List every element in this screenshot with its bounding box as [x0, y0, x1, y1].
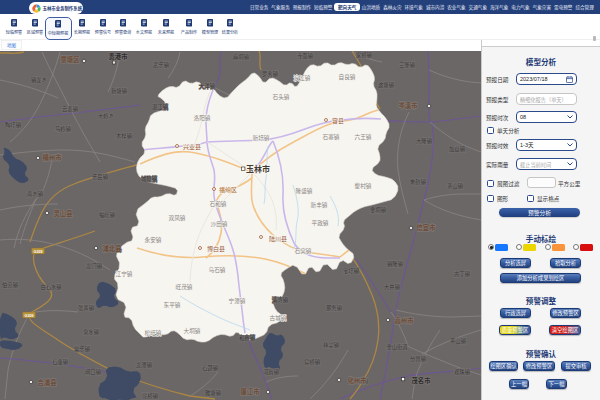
svg-text:麻垌镇: 麻垌镇 — [233, 53, 250, 61]
svg-text:闸口镇: 闸口镇 — [85, 368, 102, 376]
svg-text:清湾镇: 清湾镇 — [272, 296, 289, 304]
svg-text:镇隆镇: 镇隆镇 — [387, 260, 404, 268]
svg-text:洛阳镇: 洛阳镇 — [194, 114, 211, 122]
svg-text:覃塘区: 覃塘区 — [61, 55, 81, 64]
svg-text:廉江市: 廉江市 — [241, 387, 261, 396]
svg-text:松旺镇: 松旺镇 — [145, 329, 162, 337]
svg-text:南乡镇: 南乡镇 — [27, 190, 44, 198]
svg-text:石和镇: 石和镇 — [210, 200, 227, 208]
svg-text:黎村镇: 黎村镇 — [355, 182, 372, 190]
svg-text:家桥镇: 家桥镇 — [356, 51, 373, 59]
svg-text:岑溪市: 岑溪市 — [399, 101, 419, 110]
svg-text:兴业县: 兴业县 — [183, 142, 201, 151]
svg-text:平政镇: 平政镇 — [312, 219, 329, 227]
svg-text:武乐镇: 武乐镇 — [153, 61, 170, 69]
svg-text:茂名市: 茂名市 — [412, 376, 432, 385]
svg-text:观珠镇: 观珠镇 — [454, 368, 471, 376]
svg-text:陆川县: 陆川县 — [269, 234, 287, 243]
svg-text:雅塘镇: 雅塘镇 — [205, 389, 222, 397]
svg-text:城隍镇: 城隍镇 — [141, 175, 158, 183]
svg-text:加益镇: 加益镇 — [449, 145, 466, 153]
svg-text:宁潭镇: 宁潭镇 — [229, 297, 246, 305]
svg-text:常乐镇: 常乐镇 — [74, 345, 91, 353]
svg-text:分界镇: 分界镇 — [410, 355, 427, 363]
svg-text:金垌镇: 金垌镇 — [370, 206, 387, 214]
svg-text:灵山县: 灵山县 — [54, 209, 73, 218]
svg-text:合浦县: 合浦县 — [38, 378, 57, 387]
svg-text:隆盛镇: 隆盛镇 — [296, 187, 313, 195]
svg-text:张黄镇: 张黄镇 — [78, 304, 95, 312]
svg-text:镇龙乡: 镇龙乡 — [31, 76, 47, 84]
svg-text:龙门镇: 龙门镇 — [86, 262, 103, 270]
svg-text:G209: G209 — [25, 313, 34, 318]
svg-text:宝圩镇: 宝圩镇 — [343, 267, 360, 275]
svg-text:永安镇: 永安镇 — [145, 236, 162, 244]
svg-text:旺茂镇: 旺茂镇 — [176, 283, 193, 291]
svg-text:新丰镇: 新丰镇 — [311, 201, 328, 209]
svg-text:双凤镇: 双凤镇 — [169, 214, 186, 222]
svg-text:大垌镇: 大垌镇 — [184, 327, 201, 335]
svg-text:乐民镇: 乐民镇 — [92, 173, 109, 181]
svg-text:陶圩镇: 陶圩镇 — [5, 121, 22, 129]
svg-text:古城镇: 古城镇 — [270, 314, 287, 322]
svg-text:高州市: 高州市 — [395, 316, 415, 325]
svg-text:六王镇: 六王镇 — [355, 133, 372, 141]
svg-text:茶山镇: 茶山镇 — [447, 182, 464, 190]
svg-text:林尘镇: 林尘镇 — [323, 341, 340, 349]
svg-text:伯劳镇: 伯劳镇 — [2, 281, 19, 289]
svg-text:波塘镇: 波塘镇 — [378, 81, 395, 89]
svg-text:新圩镇: 新圩镇 — [253, 134, 270, 142]
svg-text:江宁镇: 江宁镇 — [116, 270, 133, 278]
svg-text:木梓镇: 木梓镇 — [116, 132, 133, 140]
svg-text:东平镇: 东平镇 — [164, 301, 181, 309]
svg-text:朱砂镇: 朱砂镇 — [410, 178, 427, 186]
svg-text:大井镇: 大井镇 — [384, 283, 401, 291]
svg-text:乌石镇: 乌石镇 — [209, 266, 226, 274]
svg-text:白石水镇: 白石水镇 — [40, 283, 62, 291]
svg-text:容县: 容县 — [332, 116, 344, 125]
svg-text:和寮镇: 和寮镇 — [239, 334, 256, 342]
svg-text:河唇镇: 河唇镇 — [263, 368, 280, 376]
svg-text:三堡镇: 三堡镇 — [399, 61, 416, 69]
svg-text:那务镇: 那务镇 — [326, 304, 343, 312]
svg-text:古丁镇: 古丁镇 — [454, 270, 471, 278]
svg-text:新塘镇: 新塘镇 — [111, 87, 128, 95]
svg-text:福旺镇: 福旺镇 — [99, 211, 116, 219]
svg-text:自良镇: 自良镇 — [339, 73, 356, 81]
svg-text:博白县: 博白县 — [207, 244, 225, 253]
svg-text:官桥镇: 官桥镇 — [304, 358, 321, 366]
svg-text:泉水镇: 泉水镇 — [83, 328, 100, 336]
svg-text:石寨镇: 石寨镇 — [323, 133, 340, 141]
svg-text:石头镇: 石头镇 — [273, 93, 290, 101]
svg-text:湛江镇: 湛江镇 — [152, 103, 169, 111]
svg-text:龙潭镇: 龙潭镇 — [136, 361, 153, 369]
svg-text:石颈镇: 石颈镇 — [202, 364, 219, 372]
svg-text:G209: G209 — [34, 249, 43, 254]
svg-text:云表镇: 云表镇 — [62, 105, 79, 113]
svg-text:马岭镇: 马岭镇 — [55, 125, 72, 133]
svg-text:亮桥镇: 亮桥镇 — [142, 392, 159, 400]
svg-text:横州市: 横州市 — [43, 153, 63, 162]
svg-text:福绵区: 福绵区 — [219, 185, 237, 194]
svg-text:平山镇: 平山镇 — [450, 337, 467, 345]
svg-text:沙田镇: 沙田镇 — [211, 220, 228, 228]
svg-text:大洋镇: 大洋镇 — [199, 82, 216, 90]
svg-text:金山街道: 金山街道 — [386, 343, 408, 351]
svg-text:信宜市: 信宜市 — [417, 223, 437, 232]
svg-text:罗秀镇: 罗秀镇 — [262, 70, 279, 78]
svg-text:浦北县: 浦北县 — [103, 244, 122, 253]
svg-text:大岭乡: 大岭乡 — [98, 112, 114, 120]
svg-text:寺面镇: 寺面镇 — [297, 52, 314, 60]
svg-text:玉林市: 玉林市 — [246, 163, 270, 174]
svg-text:大隆镇: 大隆镇 — [416, 137, 433, 145]
svg-text:贵港市: 贵港市 — [109, 52, 129, 61]
svg-text:石康镇: 石康镇 — [52, 358, 69, 366]
svg-text:石窝镇: 石窝镇 — [295, 247, 312, 255]
svg-text:浪江镇: 浪江镇 — [294, 74, 311, 82]
svg-text:化州市: 化州市 — [348, 376, 368, 385]
